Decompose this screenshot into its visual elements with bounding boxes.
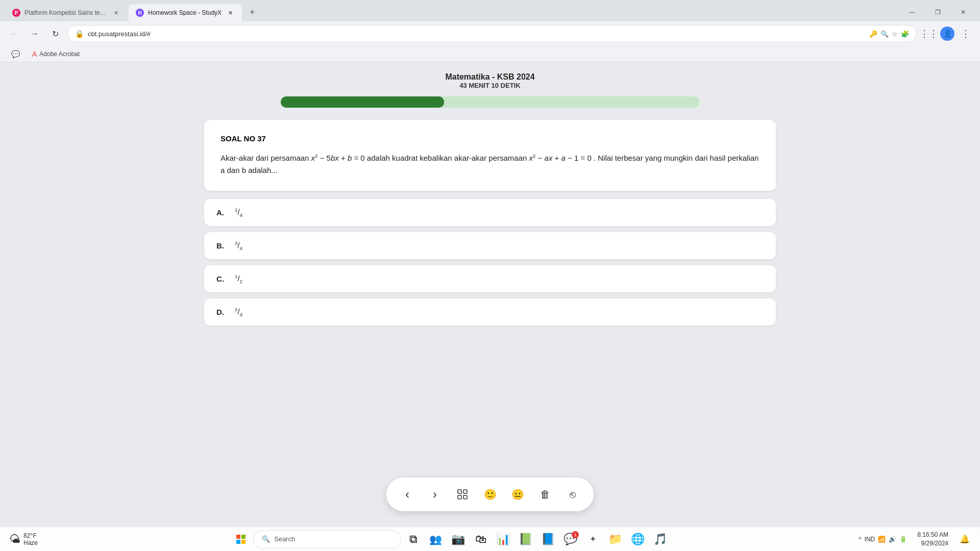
question-text-before: Akar-akar dari persamaan [220,154,311,162]
weather-condition: Haze [23,539,38,546]
reload-button[interactable]: ↻ [47,26,63,42]
menu-button[interactable]: ⋮ [958,26,974,42]
store-icon-img: 🛍 [475,533,486,546]
tab-1-close[interactable]: ✕ [111,8,120,17]
tab-2[interactable]: H Homework Space - StudyX ✕ [129,4,242,21]
notification-button[interactable]: 🔔 [954,529,975,549]
forward-button[interactable]: → [27,26,43,42]
svg-rect-3 [463,495,467,499]
show-hidden-icon[interactable]: ^ [859,536,862,543]
whatsapp-icon[interactable]: 💬 1 [560,529,581,549]
exam-header: Matematika - KSB 2024 43 MENIT 10 DETIK [0,72,980,89]
whatsapp-bm-icon: 💬 [11,50,20,58]
window-controls: — ❐ ✕ [900,5,975,19]
neutral-button[interactable]: 😐 [506,483,529,506]
question-text: Akar-akar dari persamaan x2 − 5bx + b = … [220,152,760,177]
chrome-icon-img: 🌐 [631,533,645,546]
chrome-icon[interactable]: 🌐 [628,529,648,549]
bookmark-whatsapp[interactable]: 💬 [7,48,24,60]
clock[interactable]: 8:16:50 AM 9/29/2024 [913,531,952,548]
app9-icon[interactable]: ✦ [583,529,603,549]
task-view-button[interactable]: ⧉ [403,529,424,549]
weather-widget[interactable]: 🌤 82°F Haze [5,530,42,548]
spotify-icon[interactable]: 🎵 [650,529,671,549]
password-icon: 🔑 [869,30,877,38]
tab-1[interactable]: P Platform Kompetisi Sains terbe... ✕ [5,4,128,21]
address-icons: 🔑 🔍 ☆ 🧩 [869,30,909,38]
address-box[interactable]: 🔒 cbt.pusatprestasi.id/# 🔑 🔍 ☆ 🧩 [67,25,917,42]
file-explorer-icon[interactable]: 📁 [605,529,626,549]
excel-icon[interactable]: 📗 [516,529,536,549]
taskbar-right: ^ IND 📶 🔊 🔋 8:16:50 AM 9/29/2024 🔔 [854,529,975,549]
bookmark-acrobat[interactable]: A Adobe Acrobat [28,48,84,60]
tab-2-title: Homework Space - StudyX [148,9,222,16]
weather-temp: 82°F [23,532,38,539]
option-b[interactable]: B. 3/4 [204,232,776,259]
word-icon[interactable]: 📘 [538,529,558,549]
address-bar-row: ← → ↻ 🔒 cbt.pusatprestasi.id/# 🔑 🔍 ☆ 🧩 ⋮… [0,21,980,46]
progress-bar [281,96,444,108]
next-button[interactable]: › [423,483,447,506]
grid-button[interactable] [451,483,474,506]
svg-rect-7 [241,540,246,544]
volume-icon[interactable]: 🔊 [889,536,896,543]
option-c-label: C. [216,274,227,283]
option-b-value: 3/4 [235,240,242,251]
excel-icon-img: 📗 [519,533,532,546]
extension-icon[interactable]: 🧩 [901,30,909,38]
option-d-label: D. [216,308,227,316]
system-tray: ^ IND 📶 🔊 🔋 [854,536,911,543]
exit-button[interactable]: ⎋ [561,483,584,506]
battery-icon[interactable]: 🔋 [899,536,907,543]
wifi-icon[interactable]: 📶 [878,536,886,543]
acrobat-bm-label: Adobe Acrobat [39,51,80,58]
camera-icon[interactable]: 📷 [448,529,469,549]
store-icon[interactable]: 🛍 [471,529,491,549]
option-b-label: B. [216,241,227,250]
profile-avatar[interactable]: 👤 [940,27,954,41]
clock-date: 9/29/2024 [917,539,948,548]
search-bar[interactable]: 🔍 Search [253,530,401,548]
lang-indicator[interactable]: IND [865,536,875,543]
zoom-icon: 🔍 [880,30,889,38]
option-a-label: A. [216,208,227,217]
teams-icon-img: 👥 [429,533,442,545]
acrobat-bm-icon: A [32,50,37,58]
delete-button[interactable]: 🗑 [533,483,557,506]
start-button[interactable] [231,529,251,549]
minimize-button[interactable]: — [900,5,924,19]
search-placeholder: Search [274,535,295,543]
equation-2: x2 − ax + a − 1 = 0 [529,154,592,162]
close-button[interactable]: ✕ [951,5,975,19]
powerpoint-icon-img: 📊 [496,533,510,546]
svg-rect-0 [458,490,461,493]
back-button[interactable]: ← [6,26,22,42]
powerpoint-icon[interactable]: 📊 [493,529,513,549]
tab-2-close[interactable]: ✕ [226,8,235,17]
search-icon: 🔍 [262,535,270,543]
taskbar: 🌤 82°F Haze 🔍 Search ⧉ 👥 📷 [0,527,980,551]
word-icon-img: 📘 [541,533,555,546]
svg-rect-5 [241,535,246,539]
option-d[interactable]: D. 2/3 [204,298,776,325]
prev-button[interactable]: ‹ [396,483,419,506]
svg-rect-2 [458,495,461,499]
bookmarks-bar: 💬 A Adobe Acrobat [0,46,980,62]
bookmark-star-icon[interactable]: ☆ [892,30,898,38]
happy-button[interactable]: 🙂 [478,483,502,506]
new-tab-button[interactable]: + [245,5,259,19]
floating-toolbar: ‹ › 🙂 😐 🗑 ⎋ [386,478,594,511]
option-a[interactable]: A. 1/4 [204,199,776,226]
option-c[interactable]: C. 1/2 [204,265,776,292]
teams-icon[interactable]: 👥 [426,529,446,549]
page-content: Matematika - KSB 2024 43 MENIT 10 DETIK … [0,62,980,531]
exam-timer: 43 MENIT 10 DETIK [0,82,980,89]
clock-time: 8:16:50 AM [917,531,948,539]
whatsapp-badge: 1 [572,531,579,538]
extensions-button[interactable]: ⋮⋮ [921,26,937,42]
address-text: cbt.pusatprestasi.id/# [88,30,865,38]
maximize-button[interactable]: ❐ [926,5,949,19]
tab-1-title: Platform Kompetisi Sains terbe... [24,9,107,16]
question-card: SOAL NO 37 Akar-akar dari persamaan x2 −… [204,120,776,191]
camera-icon-img: 📷 [451,533,465,546]
